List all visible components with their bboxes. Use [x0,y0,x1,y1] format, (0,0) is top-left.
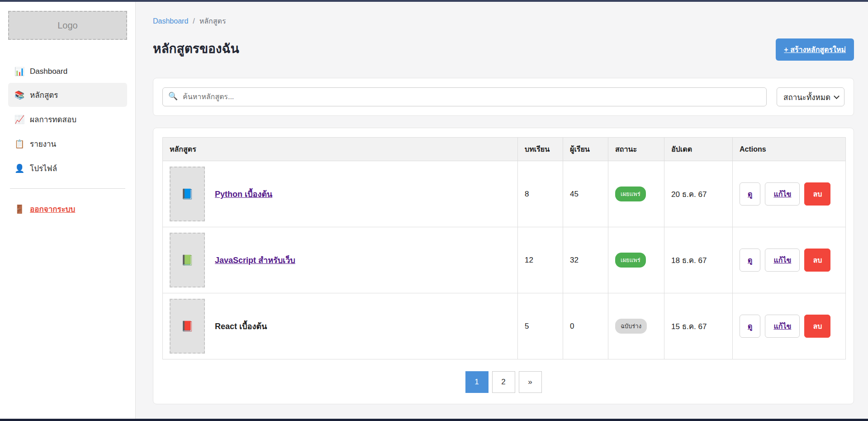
breadcrumb-current: หลักสูตร [199,15,226,27]
students-count: 32 [563,227,608,293]
course-thumbnail-placeholder: 📘 [170,167,205,221]
students-count: 45 [563,161,608,227]
sidebar-item-courses[interactable]: 📚 หลักสูตร [8,83,127,107]
logout-label: ออกจากระบบ [30,203,75,215]
pagination-page-1[interactable]: 1 [465,371,489,393]
main-content: Dashboard / หลักสูตร หลักสูตรของฉัน + สร… [136,2,868,419]
clipboard-icon: 📋 [14,139,24,149]
courses-table: หลักสูตร บทเรียน ผู้เรียน สถานะ อัปเดต A… [162,137,846,359]
bottom-accent-bar [0,419,868,421]
course-title-text: React เบื้องต้น [215,320,267,333]
breadcrumb-dashboard-link[interactable]: Dashboard [153,17,188,25]
status-badge: เผยแพร่ [615,187,646,201]
sidebar-item-reports[interactable]: 📋 รายงาน [8,132,127,156]
books-icon: 📚 [14,90,24,100]
table-row: 📗 JavaScript สำหรับเว็บ 12 32 เผยแพร่ 18… [163,227,846,293]
search-icon: 🔍 [168,91,178,101]
edit-button[interactable]: แก้ไข [765,249,800,272]
delete-button[interactable]: ลบ [804,249,830,272]
column-header-course: หลักสูตร [163,138,518,161]
updated-date: 15 ธ.ค. 67 [664,293,733,359]
pagination-page-2[interactable]: 2 [492,371,515,393]
lessons-count: 12 [518,227,563,293]
logout-link[interactable]: 🚪 ออกจากระบบ [8,197,127,221]
course-title-link[interactable]: Python เบื้องต้น [215,187,272,201]
page-header: หลักสูตรของฉัน + สร้างหลักสูตรใหม่ [153,38,854,61]
search-wrap: 🔍 [162,87,767,106]
delete-button[interactable]: ลบ [804,182,830,206]
status-badge: ฉบับร่าง [615,319,647,334]
table-row: 📘 Python เบื้องต้น 8 45 เผยแพร่ 20 ธ.ค. … [163,161,846,227]
create-course-button[interactable]: + สร้างหลักสูตรใหม่ [776,38,854,61]
course-title-link[interactable]: JavaScript สำหรับเว็บ [215,254,295,267]
filter-card: 🔍 สถานะทั้งหมด [153,78,854,116]
updated-date: 20 ธ.ค. 67 [664,161,733,227]
course-thumbnail-placeholder: 📕 [170,299,205,354]
delete-button[interactable]: ลบ [804,315,830,338]
edit-button[interactable]: แก้ไข [765,182,800,206]
logo-text: Logo [57,20,78,31]
course-thumbnail-placeholder: 📗 [170,233,205,287]
sidebar-item-label: รายงาน [30,138,56,150]
sidebar-item-profile[interactable]: 👤 โปรไฟล์ [8,156,127,180]
edit-button[interactable]: แก้ไข [765,315,800,338]
pagination-next-button[interactable]: » [519,371,542,393]
door-icon: 🚪 [14,204,24,214]
table-row: 📕 React เบื้องต้น 5 0 ฉบับร่าง 15 ธ.ค. 6… [163,293,846,359]
pagination: 1 2 » [162,371,844,393]
updated-date: 18 ธ.ค. 67 [664,227,733,293]
sidebar-item-label: โปรไฟล์ [30,162,57,174]
sidebar: Logo 📊 Dashboard 📚 หลักสูตร 📈 ผลการทดสอบ… [0,2,136,419]
chevron-down-icon [834,93,840,99]
red-book-icon: 📕 [181,321,193,332]
status-badge: เผยแพร่ [615,253,646,268]
person-icon: 👤 [14,163,24,173]
column-header-students: ผู้เรียน [563,138,608,161]
bar-chart-icon: 📊 [14,67,24,77]
sidebar-divider [10,188,125,189]
sidebar-item-dashboard[interactable]: 📊 Dashboard [8,61,127,82]
students-count: 0 [563,293,608,359]
courses-table-card: หลักสูตร บทเรียน ผู้เรียน สถานะ อัปเดต A… [153,128,854,404]
status-filter-value: สถานะทั้งหมด [783,91,830,103]
view-button[interactable]: ดู [740,182,760,206]
page-title: หลักสูตรของฉัน [153,38,239,58]
sidebar-item-label: หลักสูตร [30,89,58,101]
status-filter-select[interactable]: สถานะทั้งหมด [777,87,844,106]
lessons-count: 8 [518,161,563,227]
view-button[interactable]: ดู [740,315,760,338]
column-header-status: สถานะ [608,138,664,161]
logo-placeholder: Logo [8,11,127,40]
view-button[interactable]: ดู [740,249,760,272]
table-header-row: หลักสูตร บทเรียน ผู้เรียน สถานะ อัปเดต A… [163,138,846,161]
top-accent-bar [0,0,868,2]
sidebar-item-test-results[interactable]: 📈 ผลการทดสอบ [8,107,127,131]
column-header-updated: อัปเดต [664,138,733,161]
column-header-actions: Actions [733,138,846,161]
sidebar-nav: 📊 Dashboard 📚 หลักสูตร 📈 ผลการทดสอบ 📋 รา… [8,61,127,180]
sidebar-item-label: ผลการทดสอบ [30,113,76,125]
blue-book-icon: 📘 [181,188,193,200]
chart-increasing-icon: 📈 [14,115,24,124]
breadcrumb-separator: / [193,17,194,25]
search-input[interactable] [162,87,767,106]
lessons-count: 5 [518,293,563,359]
breadcrumb: Dashboard / หลักสูตร [153,15,854,27]
column-header-lessons: บทเรียน [518,138,563,161]
green-book-icon: 📗 [181,254,193,266]
sidebar-item-label: Dashboard [30,67,67,76]
